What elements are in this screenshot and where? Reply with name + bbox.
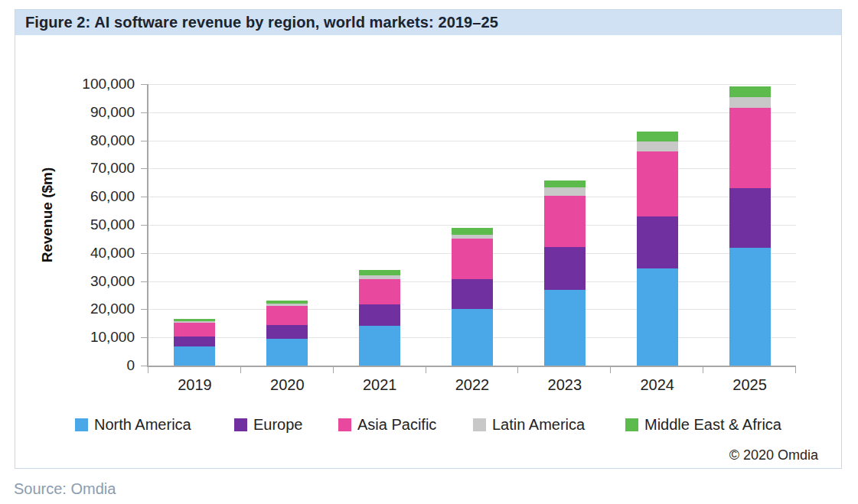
legend-item: North America [75, 416, 191, 434]
bar-segment [544, 290, 586, 366]
bar-2022 [452, 228, 493, 366]
legend-label: Europe [253, 416, 303, 434]
y-tick-mark [141, 225, 147, 226]
bar-segment [637, 141, 678, 151]
bar-segment [359, 326, 400, 366]
y-tick-mark [141, 337, 147, 338]
plot-area: 010,00020,00030,00040,00050,00060,00070,… [147, 84, 796, 367]
y-tick-label: 10,000 [58, 330, 135, 345]
y-tick-label: 90,000 [58, 105, 135, 120]
legend-label: Asia Pacific [357, 416, 436, 434]
bar-segment [452, 279, 493, 310]
legend-item: Europe [234, 416, 303, 434]
bar-2023 [544, 180, 586, 366]
bar-segment [452, 309, 493, 366]
bar-2024 [637, 132, 678, 366]
bar-segment [544, 180, 586, 187]
bar-segment [359, 279, 400, 304]
gridline [148, 197, 796, 197]
bar-segment [174, 346, 215, 366]
y-tick-mark [141, 253, 147, 254]
y-tick-label: 60,000 [58, 189, 135, 204]
legend-swatch-icon [338, 418, 351, 431]
x-tick-mark [148, 367, 148, 373]
y-tick-label: 70,000 [58, 161, 135, 176]
bar-segment [266, 325, 308, 339]
bar-segment [729, 248, 771, 366]
bar-segment [452, 239, 493, 279]
legend-swatch-icon [473, 418, 486, 431]
y-tick-label: 100,000 [58, 76, 135, 92]
copyright-note: © 2020 Omdia [729, 447, 818, 463]
bar-segment [174, 323, 215, 337]
figure-screenshot: { "figure": { "title": "Figure 2: AI sof… [0, 0, 858, 504]
gridline [148, 168, 796, 169]
y-tick-mark [141, 112, 147, 113]
bar-segment [266, 339, 308, 366]
legend-item: Middle East & Africa [625, 416, 781, 434]
x-tick-label: 2019 [164, 376, 225, 394]
legend-item: Latin America [473, 416, 585, 434]
y-tick-label: 50,000 [58, 217, 135, 232]
bar-segment [359, 304, 400, 327]
bar-2025 [729, 86, 771, 366]
y-tick-label: 30,000 [58, 274, 135, 289]
y-tick-mark [141, 281, 147, 282]
y-tick-mark [141, 84, 147, 85]
bar-segment [452, 228, 493, 234]
bar-segment [637, 268, 678, 366]
bar-2020 [266, 301, 308, 366]
bar-segment [266, 306, 308, 325]
bar-segment [544, 196, 586, 247]
x-tick-label: 2025 [719, 376, 781, 394]
y-tick-label: 40,000 [58, 245, 135, 261]
bar-segment [729, 188, 771, 248]
x-tick-mark [795, 367, 796, 373]
figure-box: Figure 2: AI software revenue by region,… [15, 9, 842, 469]
y-tick-mark [141, 309, 147, 310]
bar-segment [637, 132, 678, 142]
x-tick-mark [426, 367, 426, 373]
gridline [148, 141, 796, 141]
x-tick-mark [517, 367, 518, 373]
y-tick-mark [141, 366, 147, 366]
bar-segment [729, 86, 771, 96]
legend-label: North America [94, 416, 191, 434]
x-tick-label: 2020 [256, 376, 318, 394]
gridline [148, 112, 796, 113]
y-tick-mark [141, 197, 147, 197]
bar-segment [359, 270, 400, 275]
legend-swatch-icon [625, 418, 638, 431]
figure-title: Figure 2: AI software revenue by region,… [25, 14, 498, 31]
y-tick-mark [141, 168, 147, 169]
y-tick-mark [141, 141, 147, 141]
y-tick-label: 0 [58, 358, 135, 373]
x-tick-mark [703, 367, 703, 373]
legend-swatch-icon [75, 418, 88, 431]
x-tick-label: 2023 [534, 376, 595, 394]
y-axis-title: Revenue ($m) [39, 167, 56, 263]
bar-segment [544, 247, 586, 289]
bar-segment [729, 97, 771, 108]
bar-segment [174, 337, 215, 346]
chart-legend: North AmericaEuropeAsia PacificLatin Ame… [15, 416, 841, 434]
y-tick-label: 20,000 [58, 301, 135, 317]
gridline [148, 84, 796, 85]
bar-segment [637, 151, 678, 217]
legend-label: Latin America [492, 416, 585, 434]
y-tick-label: 80,000 [58, 133, 135, 148]
x-tick-mark [610, 367, 611, 373]
bar-2021 [359, 270, 400, 366]
x-tick-mark [240, 367, 241, 373]
legend-item: Asia Pacific [338, 416, 436, 434]
x-tick-label: 2024 [627, 376, 688, 394]
bar-segment [544, 187, 586, 196]
x-tick-label: 2022 [442, 376, 503, 394]
legend-label: Middle East & Africa [644, 416, 781, 434]
bar-2019 [174, 319, 215, 366]
source-note: Source: Omdia [14, 480, 116, 498]
figure-title-bar: Figure 2: AI software revenue by region,… [15, 10, 841, 35]
gridline [148, 225, 796, 226]
bar-segment [729, 108, 771, 189]
legend-swatch-icon [234, 418, 247, 431]
